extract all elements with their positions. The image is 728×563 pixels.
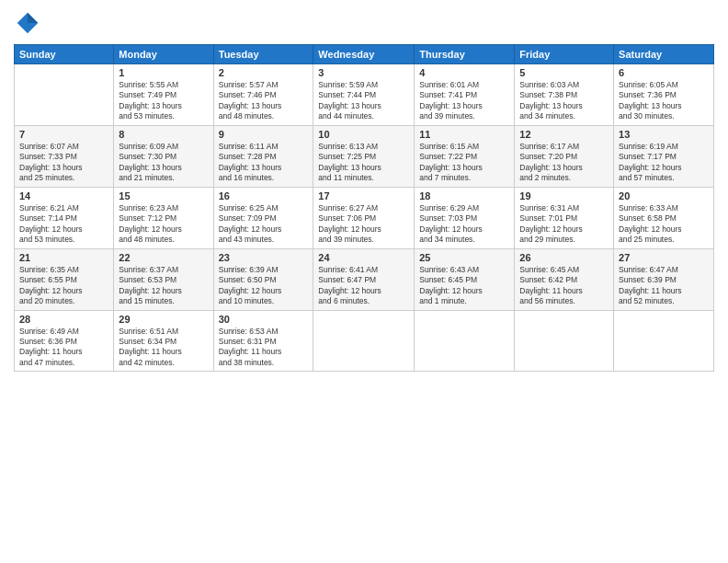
day-info: Sunrise: 6:33 AM Sunset: 6:58 PM Dayligh… xyxy=(619,203,709,246)
calendar-cell: 14Sunrise: 6:21 AM Sunset: 7:14 PM Dayli… xyxy=(15,187,114,248)
day-number: 28 xyxy=(19,314,108,325)
calendar-cell: 16Sunrise: 6:25 AM Sunset: 7:09 PM Dayli… xyxy=(213,187,313,248)
calendar-cell: 9Sunrise: 6:11 AM Sunset: 7:28 PM Daylig… xyxy=(213,125,313,187)
calendar-cell: 15Sunrise: 6:23 AM Sunset: 7:12 PM Dayli… xyxy=(114,187,213,248)
weekday-header: Monday xyxy=(114,45,213,64)
day-number: 8 xyxy=(119,129,208,140)
calendar-cell: 17Sunrise: 6:27 AM Sunset: 7:06 PM Dayli… xyxy=(313,187,415,248)
calendar-cell: 28Sunrise: 6:49 AM Sunset: 6:36 PM Dayli… xyxy=(15,310,114,372)
day-info: Sunrise: 6:39 AM Sunset: 6:50 PM Dayligh… xyxy=(219,265,309,307)
day-info: Sunrise: 6:51 AM Sunset: 6:34 PM Dayligh… xyxy=(119,327,208,369)
day-info: Sunrise: 5:55 AM Sunset: 7:49 PM Dayligh… xyxy=(119,80,208,122)
day-info: Sunrise: 6:29 AM Sunset: 7:03 PM Dayligh… xyxy=(419,203,509,246)
calendar-week-row: 1Sunrise: 5:55 AM Sunset: 7:49 PM Daylig… xyxy=(15,64,714,126)
calendar-cell: 25Sunrise: 6:43 AM Sunset: 6:45 PM Dayli… xyxy=(415,248,515,310)
weekday-header: Wednesday xyxy=(313,45,415,64)
day-number: 9 xyxy=(219,129,309,140)
day-info: Sunrise: 6:53 AM Sunset: 6:31 PM Dayligh… xyxy=(219,327,309,369)
day-info: Sunrise: 6:25 AM Sunset: 7:09 PM Dayligh… xyxy=(219,203,309,246)
calendar-cell xyxy=(515,310,614,372)
calendar-cell: 22Sunrise: 6:37 AM Sunset: 6:53 PM Dayli… xyxy=(114,248,213,310)
day-info: Sunrise: 6:21 AM Sunset: 7:14 PM Dayligh… xyxy=(19,203,108,246)
calendar-cell: 21Sunrise: 6:35 AM Sunset: 6:55 PM Dayli… xyxy=(15,248,114,310)
day-number: 27 xyxy=(619,252,709,263)
logo-icon xyxy=(14,9,41,37)
calendar-cell: 5Sunrise: 6:03 AM Sunset: 7:38 PM Daylig… xyxy=(515,64,614,126)
calendar-cell: 7Sunrise: 6:07 AM Sunset: 7:33 PM Daylig… xyxy=(15,125,114,187)
calendar-cell xyxy=(313,310,415,372)
day-number: 29 xyxy=(119,314,208,325)
day-number: 18 xyxy=(419,190,509,201)
svg-marker-1 xyxy=(28,13,38,23)
day-info: Sunrise: 6:49 AM Sunset: 6:36 PM Dayligh… xyxy=(19,327,108,369)
day-info: Sunrise: 6:35 AM Sunset: 6:55 PM Dayligh… xyxy=(19,265,108,307)
day-info: Sunrise: 6:37 AM Sunset: 6:53 PM Dayligh… xyxy=(119,265,208,307)
day-info: Sunrise: 6:41 AM Sunset: 6:47 PM Dayligh… xyxy=(318,265,409,307)
calendar-cell: 4Sunrise: 6:01 AM Sunset: 7:41 PM Daylig… xyxy=(415,64,515,126)
day-number: 2 xyxy=(219,67,309,78)
calendar-cell xyxy=(614,310,714,372)
calendar-cell: 6Sunrise: 6:05 AM Sunset: 7:36 PM Daylig… xyxy=(614,64,714,126)
calendar-cell: 19Sunrise: 6:31 AM Sunset: 7:01 PM Dayli… xyxy=(515,187,614,248)
day-number: 30 xyxy=(219,314,309,325)
day-number: 3 xyxy=(318,67,409,78)
day-number: 22 xyxy=(119,252,208,263)
calendar-week-row: 7Sunrise: 6:07 AM Sunset: 7:33 PM Daylig… xyxy=(15,125,714,187)
header xyxy=(14,9,714,37)
day-number: 20 xyxy=(619,190,709,201)
day-info: Sunrise: 6:31 AM Sunset: 7:01 PM Dayligh… xyxy=(519,203,609,246)
day-info: Sunrise: 6:09 AM Sunset: 7:30 PM Dayligh… xyxy=(119,142,208,184)
calendar-cell: 10Sunrise: 6:13 AM Sunset: 7:25 PM Dayli… xyxy=(313,125,415,187)
calendar: SundayMondayTuesdayWednesdayThursdayFrid… xyxy=(14,44,714,372)
calendar-week-row: 21Sunrise: 6:35 AM Sunset: 6:55 PM Dayli… xyxy=(15,248,714,310)
day-info: Sunrise: 6:47 AM Sunset: 6:39 PM Dayligh… xyxy=(619,265,709,307)
day-info: Sunrise: 6:23 AM Sunset: 7:12 PM Dayligh… xyxy=(119,203,208,246)
calendar-cell: 27Sunrise: 6:47 AM Sunset: 6:39 PM Dayli… xyxy=(614,248,714,310)
calendar-cell: 20Sunrise: 6:33 AM Sunset: 6:58 PM Dayli… xyxy=(614,187,714,248)
day-info: Sunrise: 6:13 AM Sunset: 7:25 PM Dayligh… xyxy=(318,142,409,184)
calendar-cell: 12Sunrise: 6:17 AM Sunset: 7:20 PM Dayli… xyxy=(515,125,614,187)
day-info: Sunrise: 6:45 AM Sunset: 6:42 PM Dayligh… xyxy=(519,265,609,307)
day-number: 23 xyxy=(219,252,309,263)
calendar-cell: 26Sunrise: 6:45 AM Sunset: 6:42 PM Dayli… xyxy=(515,248,614,310)
day-info: Sunrise: 6:27 AM Sunset: 7:06 PM Dayligh… xyxy=(318,203,409,246)
weekday-header: Tuesday xyxy=(213,45,313,64)
calendar-cell: 2Sunrise: 5:57 AM Sunset: 7:46 PM Daylig… xyxy=(213,64,313,126)
calendar-cell: 1Sunrise: 5:55 AM Sunset: 7:49 PM Daylig… xyxy=(114,64,213,126)
calendar-cell: 3Sunrise: 5:59 AM Sunset: 7:44 PM Daylig… xyxy=(313,64,415,126)
day-number: 10 xyxy=(318,129,409,140)
weekday-header: Thursday xyxy=(415,45,515,64)
day-number: 14 xyxy=(19,190,108,201)
day-info: Sunrise: 6:19 AM Sunset: 7:17 PM Dayligh… xyxy=(619,142,709,184)
day-number: 7 xyxy=(19,129,108,140)
day-info: Sunrise: 6:05 AM Sunset: 7:36 PM Dayligh… xyxy=(619,80,709,122)
calendar-cell: 30Sunrise: 6:53 AM Sunset: 6:31 PM Dayli… xyxy=(213,310,313,372)
calendar-cell xyxy=(15,64,114,126)
calendar-cell: 11Sunrise: 6:15 AM Sunset: 7:22 PM Dayli… xyxy=(415,125,515,187)
day-number: 4 xyxy=(419,67,509,78)
day-number: 12 xyxy=(519,129,609,140)
calendar-cell: 24Sunrise: 6:41 AM Sunset: 6:47 PM Dayli… xyxy=(313,248,415,310)
day-info: Sunrise: 6:01 AM Sunset: 7:41 PM Dayligh… xyxy=(419,80,509,122)
day-number: 25 xyxy=(419,252,509,263)
day-info: Sunrise: 6:07 AM Sunset: 7:33 PM Dayligh… xyxy=(19,142,108,184)
weekday-header: Friday xyxy=(515,45,614,64)
day-number: 6 xyxy=(619,67,709,78)
day-number: 15 xyxy=(119,190,208,201)
day-info: Sunrise: 6:03 AM Sunset: 7:38 PM Dayligh… xyxy=(519,80,609,122)
calendar-cell xyxy=(415,310,515,372)
day-number: 5 xyxy=(519,67,609,78)
weekday-header: Sunday xyxy=(15,45,114,64)
calendar-cell: 29Sunrise: 6:51 AM Sunset: 6:34 PM Dayli… xyxy=(114,310,213,372)
day-info: Sunrise: 6:17 AM Sunset: 7:20 PM Dayligh… xyxy=(519,142,609,184)
day-number: 26 xyxy=(519,252,609,263)
day-info: Sunrise: 5:57 AM Sunset: 7:46 PM Dayligh… xyxy=(219,80,309,122)
day-number: 11 xyxy=(419,129,509,140)
day-info: Sunrise: 6:43 AM Sunset: 6:45 PM Dayligh… xyxy=(419,265,509,307)
calendar-cell: 18Sunrise: 6:29 AM Sunset: 7:03 PM Dayli… xyxy=(415,187,515,248)
day-number: 21 xyxy=(19,252,108,263)
day-info: Sunrise: 6:15 AM Sunset: 7:22 PM Dayligh… xyxy=(419,142,509,184)
day-info: Sunrise: 6:11 AM Sunset: 7:28 PM Dayligh… xyxy=(219,142,309,184)
calendar-week-row: 28Sunrise: 6:49 AM Sunset: 6:36 PM Dayli… xyxy=(15,310,714,372)
day-number: 16 xyxy=(219,190,309,201)
